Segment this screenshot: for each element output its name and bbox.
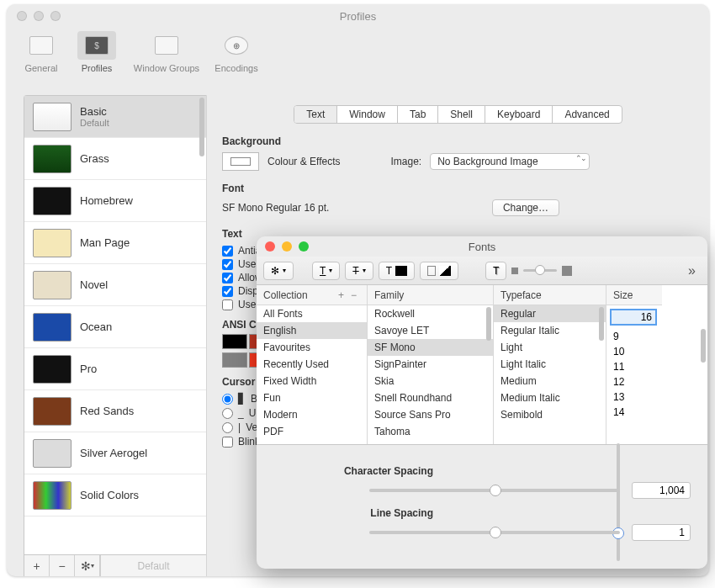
typeface-item[interactable]: Medium Italic	[494, 389, 606, 406]
profile-action-menu[interactable]: ✻▾	[75, 555, 100, 576]
spacing-section: Character Spacing Line Spacing	[257, 445, 707, 561]
typeface-item[interactable]: Regular Italic	[494, 322, 606, 339]
dot-small-icon	[511, 268, 518, 274]
profile-list[interactable]: Basic Default Grass Homebrew Man Page No…	[24, 96, 206, 554]
font-action-menu[interactable]: ✻▾	[263, 262, 294, 280]
size-list[interactable]: 9 10 11 12 13 14	[606, 329, 662, 420]
scrollbar[interactable]	[199, 98, 204, 156]
tab-text[interactable]: Text	[294, 106, 337, 123]
change-font-button[interactable]: Change…	[492, 199, 559, 216]
ansi-bright-black[interactable]	[222, 352, 247, 368]
remove-collection-button[interactable]: −	[347, 289, 360, 301]
chevron-down-icon: ▾	[329, 267, 332, 274]
collection-item[interactable]: All Fonts	[257, 305, 367, 322]
add-collection-button[interactable]: +	[335, 289, 347, 301]
slider-thumb[interactable]	[490, 485, 501, 496]
collection-header: Collection	[263, 289, 308, 301]
profile-item-basic[interactable]: Basic Default	[24, 96, 206, 138]
char-spacing-value[interactable]	[632, 482, 691, 499]
family-item[interactable]: Savoye LET	[368, 322, 493, 339]
set-default-button[interactable]: Default	[100, 555, 206, 576]
underline-menu[interactable]: T▾	[312, 262, 340, 280]
collection-list[interactable]: All Fonts English Favourites Recently Us…	[257, 305, 367, 444]
size-item[interactable]: 12	[606, 374, 662, 389]
close-icon[interactable]	[17, 11, 27, 21]
toolbar-item-encodings[interactable]: ⊕ Encodings	[212, 28, 261, 73]
text-color-button[interactable]: T	[379, 262, 415, 280]
zoom-icon[interactable]	[50, 11, 61, 21]
collection-item[interactable]: Fixed Width	[257, 373, 367, 389]
tab-keyboard[interactable]: Keyboard	[485, 106, 553, 123]
minimize-icon[interactable]	[34, 11, 44, 21]
collection-item[interactable]: Fun	[257, 389, 367, 406]
sidebar-footer: + − ✻▾ Default	[24, 554, 206, 576]
close-icon[interactable]	[265, 241, 275, 252]
size-item[interactable]: 11	[606, 359, 662, 374]
shadow-opacity-slider[interactable]	[511, 266, 572, 276]
zoom-icon[interactable]	[299, 241, 309, 252]
profile-item-redsands[interactable]: Red Sands	[24, 390, 206, 432]
profile-item-grass[interactable]: Grass	[24, 138, 206, 180]
size-input[interactable]	[610, 309, 657, 326]
tab-advanced[interactable]: Advanced	[553, 106, 621, 123]
family-item[interactable]: Skia	[368, 373, 493, 389]
toolbar-item-window-groups[interactable]: Window Groups	[128, 28, 205, 73]
text-shadow-button[interactable]: T	[485, 262, 506, 280]
ansi-black[interactable]	[222, 334, 247, 349]
typeface-item[interactable]: Medium	[494, 373, 606, 389]
profile-thumbnail	[33, 397, 72, 426]
toolbar-item-general[interactable]: General	[17, 28, 66, 73]
family-item[interactable]: SF Mono	[368, 339, 493, 356]
collection-item[interactable]: Favourites	[257, 339, 367, 356]
collection-item[interactable]: PDF	[257, 423, 367, 440]
family-item[interactable]: Source Sans Pro	[368, 406, 493, 423]
typeface-item[interactable]: Light	[494, 339, 606, 356]
collection-item[interactable]: Modern	[257, 406, 367, 423]
collection-item[interactable]: Recently Used	[257, 356, 367, 373]
document-color-button[interactable]	[420, 262, 458, 280]
profile-item-silver[interactable]: Silver Aerogel	[24, 432, 206, 474]
family-list[interactable]: Rockwell Savoye LET SF Mono SignPainter …	[368, 305, 493, 444]
profile-item-ocean[interactable]: Ocean	[24, 306, 206, 348]
typeface-item[interactable]: Semibold	[494, 406, 606, 423]
family-item[interactable]: Rockwell	[368, 305, 493, 322]
background-color-well[interactable]	[222, 152, 259, 171]
line-spacing-value[interactable]	[632, 524, 691, 541]
tab-tab[interactable]: Tab	[398, 106, 438, 123]
scrollbar[interactable]	[599, 307, 604, 341]
tab-window[interactable]: Window	[337, 106, 398, 123]
profile-item-manpage[interactable]: Man Page	[24, 222, 206, 264]
tab-shell[interactable]: Shell	[438, 106, 485, 123]
typeface-list[interactable]: Regular Regular Italic Light Light Itali…	[494, 305, 606, 444]
typeface-item[interactable]: Regular	[494, 305, 606, 322]
size-item[interactable]: 9	[606, 329, 662, 344]
family-item[interactable]: Snell Roundhand	[368, 389, 493, 406]
typeface-item[interactable]: Light Italic	[494, 356, 606, 373]
size-item[interactable]: 10	[606, 344, 662, 359]
scrollbar[interactable]	[486, 307, 491, 341]
family-item[interactable]: Tahoma	[368, 423, 493, 440]
family-item[interactable]: SignPainter	[368, 356, 493, 373]
profile-thumbnail	[33, 229, 72, 257]
add-profile-button[interactable]: +	[24, 555, 50, 576]
fonts-columns: Collection+− All Fonts English Favourite…	[257, 285, 707, 445]
collection-item[interactable]: English	[257, 322, 367, 339]
profile-item-pro[interactable]: Pro	[24, 348, 206, 390]
slider-thumb[interactable]	[490, 527, 501, 538]
scrollbar[interactable]	[701, 329, 706, 363]
font-summary: SF Mono Regular 16 pt.	[222, 202, 329, 214]
expand-toolbar-button[interactable]: »	[683, 263, 701, 278]
strikethrough-menu[interactable]: T▾	[345, 262, 373, 280]
char-spacing-slider[interactable]	[369, 489, 620, 492]
minimize-icon[interactable]	[282, 241, 292, 252]
size-item[interactable]: 13	[606, 389, 662, 405]
profile-item-solid[interactable]: Solid Colors	[24, 474, 206, 516]
line-spacing-slider[interactable]	[369, 531, 620, 534]
profile-thumbnail	[33, 313, 72, 342]
profile-item-novel[interactable]: Novel	[24, 264, 206, 306]
background-image-popup[interactable]: No Background Image	[430, 153, 590, 170]
toolbar-item-profiles[interactable]: $ Profiles	[72, 28, 121, 73]
profile-item-homebrew[interactable]: Homebrew	[24, 180, 206, 222]
remove-profile-button[interactable]: −	[50, 555, 75, 576]
size-item[interactable]: 14	[606, 405, 662, 420]
